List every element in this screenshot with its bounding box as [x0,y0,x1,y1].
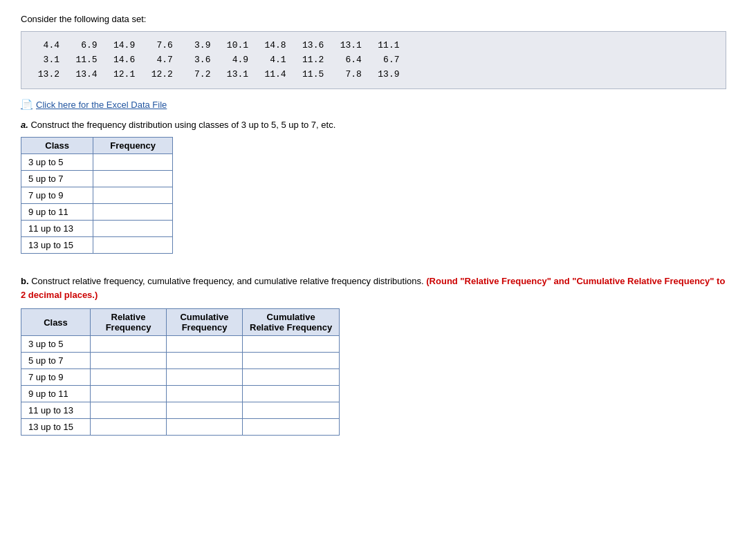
freq-input-7-9[interactable] [93,187,173,204]
data-row-3: 13.2 13.4 12.1 12.2 7.2 13.1 11.4 11.5 7… [33,68,714,82]
part-b-section: b. Construct relative frequency, cumulat… [21,274,726,436]
class-7-9: 7 up to 9 [21,187,93,204]
data-row-2: 3.1 11.5 14.6 4.7 3.6 4.9 4.1 11.2 6.4 6… [33,53,714,68]
part-a-section: a. Construct the frequency distribution … [21,120,726,254]
b-class-5-7: 5 up to 7 [21,353,91,369]
part-b-text: Construct relative frequency, cumulative… [31,276,423,286]
b-class-7-9: 7 up to 9 [21,369,91,386]
table-row: 3 up to 5 [21,154,173,171]
table-row: 7 up to 9 [21,369,340,386]
b-cumrel-5-7[interactable] [243,353,340,369]
data-box: 4.4 6.9 14.9 7.6 3.9 10.1 14.8 13.6 13.1… [21,31,726,89]
table-row: 9 up to 11 [21,204,173,221]
class-3-5: 3 up to 5 [21,154,93,171]
freq-input-5-7[interactable] [93,171,173,187]
b-cum-9-11[interactable] [167,386,243,402]
data-row-1: 4.4 6.9 14.9 7.6 3.9 10.1 14.8 13.6 13.1… [33,39,714,53]
b-class-3-5: 3 up to 5 [21,336,91,353]
table-row: 9 up to 11 [21,386,340,402]
part-a-label: a. Construct the frequency distribution … [21,120,726,130]
excel-icon: 📄 [21,99,33,110]
table-row: 11 up to 13 [21,221,173,237]
b-cum-11-13[interactable] [167,402,243,419]
b-rel-3-5[interactable] [91,336,167,353]
b-cumrel-9-11[interactable] [243,386,340,402]
class-9-11: 9 up to 11 [21,204,93,221]
class-11-13: 11 up to 13 [21,221,93,237]
b-rel-11-13[interactable] [91,402,167,419]
excel-link[interactable]: 📄 Click here for the Excel Data File [21,99,726,110]
freq-input-9-11[interactable] [93,204,173,221]
wide-header-rel-freq: RelativeFrequency [91,309,167,336]
freq-header-class: Class [21,138,93,154]
b-rel-7-9[interactable] [91,369,167,386]
frequency-table: Class Frequency 3 up to 5 5 up to 7 7 up… [21,137,173,254]
freq-input-13-15[interactable] [93,237,173,254]
b-class-13-15: 13 up to 15 [21,419,91,436]
class-5-7: 5 up to 7 [21,171,93,187]
b-rel-9-11[interactable] [91,386,167,402]
intro-label: Consider the following data set: [21,14,726,24]
class-13-15: 13 up to 15 [21,237,93,254]
table-row: 5 up to 7 [21,171,173,187]
freq-input-11-13[interactable] [93,221,173,237]
b-class-9-11: 9 up to 11 [21,386,91,402]
b-cum-5-7[interactable] [167,353,243,369]
table-row: 3 up to 5 [21,336,340,353]
part-a-text: Construct the frequency distribution usi… [30,120,335,130]
wide-header-cum-rel-freq: CumulativeRelative Frequency [243,309,340,336]
excel-link-text: Click here for the Excel Data File [36,100,167,110]
table-row: 5 up to 7 [21,353,340,369]
table-row: 11 up to 13 [21,402,340,419]
b-cumrel-11-13[interactable] [243,402,340,419]
b-cum-3-5[interactable] [167,336,243,353]
table-row: 7 up to 9 [21,187,173,204]
b-cumrel-13-15[interactable] [243,419,340,436]
part-a-letter: a. [21,120,28,130]
freq-input-3-5[interactable] [93,154,173,171]
table-row: 13 up to 15 [21,419,340,436]
relative-frequency-table: Class RelativeFrequency CumulativeFreque… [21,308,340,436]
b-cumrel-7-9[interactable] [243,369,340,386]
table-row: 13 up to 15 [21,237,173,254]
b-cumrel-3-5[interactable] [243,336,340,353]
part-b-letter: b. [21,276,29,286]
part-b-label: b. Construct relative frequency, cumulat… [21,274,726,301]
b-rel-5-7[interactable] [91,353,167,369]
b-cum-7-9[interactable] [167,369,243,386]
b-cum-13-15[interactable] [167,419,243,436]
freq-header-frequency: Frequency [93,138,173,154]
b-class-11-13: 11 up to 13 [21,402,91,419]
b-rel-13-15[interactable] [91,419,167,436]
wide-header-class: Class [21,309,91,336]
wide-header-cum-freq: CumulativeFrequency [167,309,243,336]
